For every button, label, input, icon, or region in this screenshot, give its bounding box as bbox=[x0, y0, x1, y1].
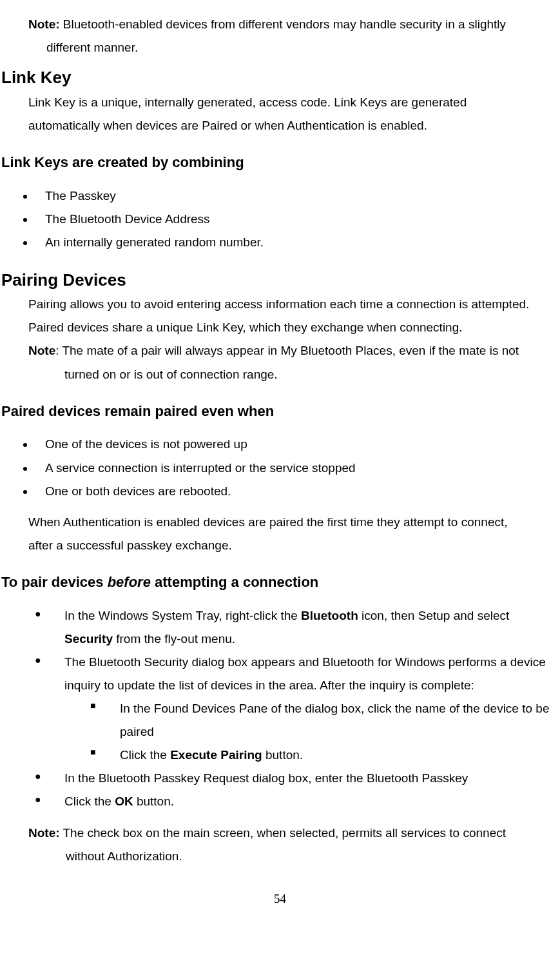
list-sub: In the Found Devices Pane of the dialog … bbox=[90, 697, 559, 767]
p-linkkey-2: automatically when devices are Paired or… bbox=[28, 114, 559, 137]
p-pair-1: Pairing allows you to avoid entering acc… bbox=[28, 293, 559, 316]
note-pair: Note: The mate of a pair will always app… bbox=[28, 339, 559, 362]
p-linkkey-1: Link Key is a unique, internally generat… bbox=[28, 91, 559, 114]
list-item: One of the devices is not powered up bbox=[35, 433, 559, 456]
heading-combining: Link Keys are created by combining bbox=[1, 153, 559, 173]
note-top: Note: Bluetooth-enabled devices from dif… bbox=[28, 13, 559, 36]
list-item: An internally generated random number. bbox=[35, 231, 559, 254]
list-item: One or both devices are rebooted. bbox=[35, 480, 559, 503]
list-item: In the Bluetooth Passkey Request dialog … bbox=[35, 767, 559, 790]
note-label: Note: bbox=[28, 826, 60, 840]
heading-link-key: Link Key bbox=[1, 66, 559, 89]
note-end-cont: without Authorization. bbox=[66, 845, 559, 868]
heading-pairing: Pairing Devices bbox=[1, 268, 559, 291]
list-item: In the Found Devices Pane of the dialog … bbox=[90, 697, 559, 744]
list-item: In the Windows System Tray, right-click … bbox=[35, 604, 559, 651]
note-label: Note bbox=[28, 344, 55, 357]
note-top-cont: different manner. bbox=[46, 36, 559, 59]
note-pair-cont: turned on or is out of connection range. bbox=[64, 363, 559, 386]
list-item: Click the OK button. bbox=[35, 790, 559, 813]
note-text: Bluetooth-enabled devices from different… bbox=[60, 17, 506, 31]
heading-remain: Paired devices remain paired even when bbox=[1, 402, 559, 422]
p-remain-after-1: When Authentication is enabled devices a… bbox=[28, 511, 559, 534]
page-number: 54 bbox=[1, 887, 559, 911]
note-label: Note: bbox=[28, 17, 60, 31]
list-item: A service connection is interrupted or t… bbox=[35, 457, 559, 480]
list-item: The Bluetooth Device Address bbox=[35, 208, 559, 231]
p-pair-2: Paired devices share a unique Link Key, … bbox=[28, 316, 559, 339]
list-to-pair: In the Windows System Tray, right-click … bbox=[35, 604, 559, 814]
list-remain: One of the devices is not powered up A s… bbox=[35, 433, 559, 502]
heading-to-pair: To pair devices before attempting a conn… bbox=[1, 573, 559, 593]
list-item: The Passkey bbox=[35, 184, 559, 208]
document-page: Note: Bluetooth-enabled devices from dif… bbox=[0, 13, 560, 911]
list-item: Click the Execute Pairing button. bbox=[90, 744, 559, 767]
p-remain-after-2: after a successful passkey exchange. bbox=[28, 534, 559, 557]
note-end: Note: The check box on the main screen, … bbox=[28, 822, 559, 845]
note-text: The check box on the main screen, when s… bbox=[60, 826, 506, 840]
note-text: : The mate of a pair will always appear … bbox=[55, 344, 519, 357]
list-item: The Bluetooth Security dialog box appear… bbox=[35, 651, 559, 767]
list-combining: The Passkey The Bluetooth Device Address… bbox=[35, 184, 559, 254]
